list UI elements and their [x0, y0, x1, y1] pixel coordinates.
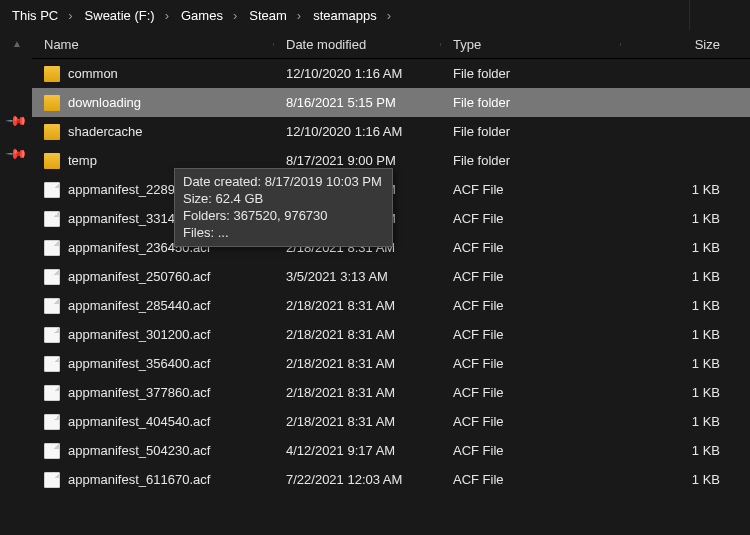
- file-name: shadercache: [68, 124, 142, 139]
- file-rows: common12/10/2020 1:16 AMFile folderdownl…: [32, 59, 750, 494]
- tooltip-line: Files: ...: [183, 224, 382, 241]
- file-name: appmanifest_250760.acf: [68, 269, 210, 284]
- cell-size: 1 KB: [621, 240, 750, 255]
- cell-type: ACF File: [441, 182, 621, 197]
- table-row[interactable]: appmanifest_504230.acf4/12/2021 9:17 AMA…: [32, 436, 750, 465]
- cell-type: File folder: [441, 124, 621, 139]
- file-name: appmanifest_301200.acf: [68, 327, 210, 342]
- quick-access-gutter: ▲ 📌 📌: [0, 30, 32, 535]
- cell-type: ACF File: [441, 356, 621, 371]
- tooltip-line: Size: 62.4 GB: [183, 190, 382, 207]
- cell-date: 12/10/2020 1:16 AM: [274, 124, 441, 139]
- chevron-right-icon: ›: [163, 8, 171, 23]
- cell-type: File folder: [441, 153, 621, 168]
- cell-date: 2/18/2021 8:31 AM: [274, 385, 441, 400]
- file-name: appmanifest_504230.acf: [68, 443, 210, 458]
- cell-type: ACF File: [441, 298, 621, 313]
- breadcrumb-segment[interactable]: Sweatie (F:): [75, 3, 163, 28]
- table-row[interactable]: common12/10/2020 1:16 AMFile folder: [32, 59, 750, 88]
- cell-size: 1 KB: [621, 443, 750, 458]
- table-row[interactable]: appmanifest_356400.acf2/18/2021 8:31 AMA…: [32, 349, 750, 378]
- col-type[interactable]: Type: [441, 37, 621, 52]
- cell-type: ACF File: [441, 327, 621, 342]
- cell-date: 2/18/2021 8:31 AM: [274, 356, 441, 371]
- col-label: Date modified: [286, 37, 366, 52]
- chevron-right-icon: ›: [231, 8, 239, 23]
- chevron-up-icon[interactable]: ▲: [12, 38, 22, 49]
- breadcrumb-segment[interactable]: steamapps: [303, 3, 385, 28]
- folder-icon: [44, 95, 60, 111]
- cell-type: File folder: [441, 66, 621, 81]
- col-date[interactable]: Date modified: [274, 37, 441, 52]
- body: ▲ 📌 📌 Name Date modified Type Size commo…: [0, 30, 750, 535]
- cell-date: 7/22/2021 12:03 AM: [274, 472, 441, 487]
- chevron-right-icon: ›: [66, 8, 74, 23]
- col-size[interactable]: Size: [621, 37, 750, 52]
- tooltip: Date created: 8/17/2019 10:03 PM Size: 6…: [174, 168, 393, 247]
- column-headers: Name Date modified Type Size: [32, 30, 750, 59]
- breadcrumb-segment[interactable]: Steam: [239, 3, 295, 28]
- cell-date: 12/10/2020 1:16 AM: [274, 66, 441, 81]
- table-row[interactable]: appmanifest_250760.acf3/5/2021 3:13 AMAC…: [32, 262, 750, 291]
- pin-icon[interactable]: 📌: [5, 141, 28, 164]
- file-name: temp: [68, 153, 97, 168]
- cell-date: 8/16/2021 5:15 PM: [274, 95, 441, 110]
- cell-type: ACF File: [441, 385, 621, 400]
- cell-size: 1 KB: [621, 269, 750, 284]
- cell-type: ACF File: [441, 472, 621, 487]
- pin-icon[interactable]: 📌: [5, 108, 28, 131]
- file-icon: [44, 240, 60, 256]
- col-name[interactable]: Name: [32, 37, 274, 52]
- file-name: downloading: [68, 95, 141, 110]
- cell-size: 1 KB: [621, 182, 750, 197]
- file-name: common: [68, 66, 118, 81]
- file-list-pane: Name Date modified Type Size common12/10…: [32, 30, 750, 535]
- file-icon: [44, 269, 60, 285]
- cell-size: 1 KB: [621, 414, 750, 429]
- file-icon: [44, 356, 60, 372]
- cell-size: 1 KB: [621, 385, 750, 400]
- breadcrumb[interactable]: This PC›Sweatie (F:)›Games›Steam›steamap…: [0, 0, 750, 30]
- cell-date: 2/18/2021 8:31 AM: [274, 298, 441, 313]
- file-icon: [44, 472, 60, 488]
- file-icon: [44, 298, 60, 314]
- chevron-right-icon: ›: [385, 8, 393, 23]
- breadcrumb-segment[interactable]: This PC: [2, 3, 66, 28]
- cell-type: ACF File: [441, 269, 621, 284]
- folder-icon: [44, 124, 60, 140]
- cell-type: ACF File: [441, 240, 621, 255]
- file-name: appmanifest_377860.acf: [68, 385, 210, 400]
- table-row[interactable]: appmanifest_301200.acf2/18/2021 8:31 AMA…: [32, 320, 750, 349]
- file-name: appmanifest_356400.acf: [68, 356, 210, 371]
- table-row[interactable]: appmanifest_285440.acf2/18/2021 8:31 AMA…: [32, 291, 750, 320]
- file-icon: [44, 327, 60, 343]
- cell-size: 1 KB: [621, 472, 750, 487]
- table-row[interactable]: downloading8/16/2021 5:15 PMFile folder: [32, 88, 750, 117]
- col-label: Name: [44, 37, 79, 52]
- table-row[interactable]: appmanifest_404540.acf2/18/2021 8:31 AMA…: [32, 407, 750, 436]
- tooltip-line: Date created: 8/17/2019 10:03 PM: [183, 173, 382, 190]
- cell-size: 1 KB: [621, 298, 750, 313]
- table-row[interactable]: appmanifest_611670.acf7/22/2021 12:03 AM…: [32, 465, 750, 494]
- breadcrumb-segment[interactable]: Games: [171, 3, 231, 28]
- folder-icon: [44, 66, 60, 82]
- col-label: Type: [453, 37, 481, 52]
- file-name: appmanifest_404540.acf: [68, 414, 210, 429]
- table-row[interactable]: shadercache12/10/2020 1:16 AMFile folder: [32, 117, 750, 146]
- cell-date: 8/17/2021 9:00 PM: [274, 153, 441, 168]
- file-icon: [44, 385, 60, 401]
- table-row[interactable]: appmanifest_377860.acf2/18/2021 8:31 AMA…: [32, 378, 750, 407]
- file-icon: [44, 211, 60, 227]
- folder-icon: [44, 153, 60, 169]
- explorer-window: This PC›Sweatie (F:)›Games›Steam›steamap…: [0, 0, 750, 535]
- cell-date: 4/12/2021 9:17 AM: [274, 443, 441, 458]
- tooltip-line: Folders: 367520, 976730: [183, 207, 382, 224]
- cell-date: 3/5/2021 3:13 AM: [274, 269, 441, 284]
- file-icon: [44, 443, 60, 459]
- file-icon: [44, 414, 60, 430]
- file-name: appmanifest_285440.acf: [68, 298, 210, 313]
- cell-size: 1 KB: [621, 211, 750, 226]
- cell-size: 1 KB: [621, 327, 750, 342]
- cell-type: ACF File: [441, 443, 621, 458]
- cell-type: File folder: [441, 95, 621, 110]
